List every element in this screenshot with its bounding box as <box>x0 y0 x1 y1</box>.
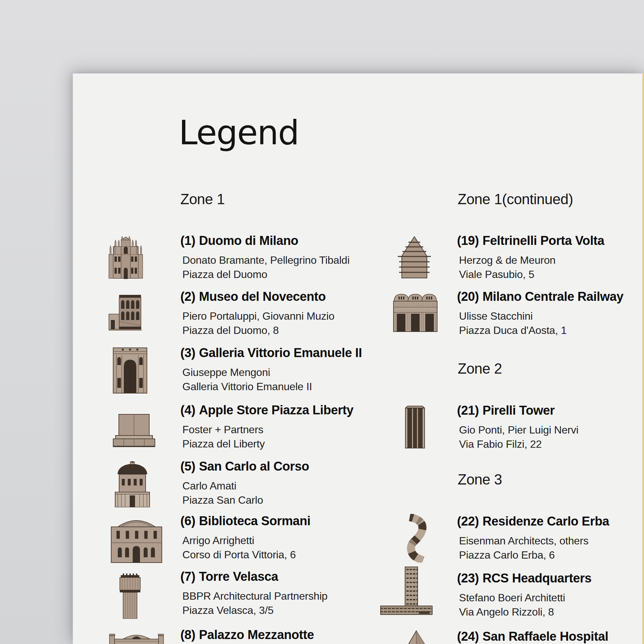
entry-architects: Piero Portaluppi, Giovanni Muzio <box>182 309 335 323</box>
entry-address: Piazza del Duomo, 8 <box>182 323 335 338</box>
screenshot-stage: Legend Zone 1 Zone 1(continued) Zone 2 Z… <box>0 0 644 644</box>
entry-details: Stefano Boeri Architetti Via Angelo Rizz… <box>459 591 565 619</box>
entry-address: Via Fabio Filzi, 22 <box>459 437 578 451</box>
entry-address: Piazza del Liberty <box>182 437 265 451</box>
entry-title: (20)Milano Centrale Railway <box>457 290 623 303</box>
entry-address: Piazza Velasca, 3/5 <box>182 603 328 618</box>
duomo-di-milano-icon <box>108 236 143 279</box>
biblioteca-sormani-icon <box>109 516 164 563</box>
entry-title: (6)Biblioteca Sormani <box>180 515 310 527</box>
entry-architects: Gio Ponti, Pier Luigi Nervi <box>459 423 578 437</box>
entry-address: Piazza Carlo Erba, 6 <box>459 548 588 562</box>
entry-address: Piazza del Duomo <box>182 267 349 282</box>
zone-heading-3: Zone 3 <box>458 472 502 487</box>
san-carlo-al-corso-icon <box>111 460 154 507</box>
entry-architects: Foster + Partners <box>182 423 265 437</box>
entry-details: Arrigo Arrighetti Corso di Porta Vittori… <box>182 533 296 562</box>
entry-architects: Stefano Boeri Architetti <box>459 591 565 605</box>
torre-velasca-icon <box>117 574 143 619</box>
zone-heading-2: Zone 2 <box>458 361 502 376</box>
page-title: Legend <box>179 116 299 150</box>
pirelli-tower-icon <box>402 405 428 449</box>
palazzo-mezzanotte-icon <box>109 631 164 644</box>
entry-address: Corso di Porta Vittoria, 6 <box>182 548 296 562</box>
entry-architects: Giuseppe Mengoni <box>182 365 312 380</box>
entry-architects: Ulisse Stacchini <box>459 309 567 323</box>
entry-details: Eisenman Architects, others Piazza Carlo… <box>459 534 588 562</box>
entry-title: (24)San Raffaele Hospital <box>457 630 608 643</box>
entry-title: (22)Residenze Carlo Erba <box>457 515 609 528</box>
entry-address: Viale Pasubio, 5 <box>459 267 556 282</box>
zone-heading-1-continued: Zone 1(continued) <box>458 192 573 207</box>
rcs-headquarters-icon <box>380 566 433 615</box>
entry-details: Giuseppe Mengoni Galleria Vittorio Emanu… <box>182 365 312 394</box>
entry-title: (2)Museo del Novecento <box>180 290 326 303</box>
entry-title: (3)Galleria Vittorio Emanuele II <box>180 346 362 359</box>
entry-title: (19)Feltrinelli Porta Volta <box>457 234 604 247</box>
entry-address: Galleria Vittorio Emanuele II <box>182 380 312 394</box>
apple-store-piazza-liberty-icon <box>113 412 156 448</box>
entry-title: (23)RCS Headquarters <box>457 572 591 584</box>
entry-details: Donato Bramante, Pellegrino Tibaldi Piaz… <box>182 253 349 282</box>
entry-details: Piero Portaluppi, Giovanni Muzio Piazza … <box>182 309 335 338</box>
entry-details: Foster + Partners Piazza del Liberty <box>182 423 265 451</box>
entry-architects: BBPR Architectural Partnership <box>182 589 328 603</box>
galleria-vittorio-emanuele-icon <box>112 346 148 394</box>
entry-architects: Eisenman Architects, others <box>459 534 588 548</box>
entry-details: BBPR Architectural Partnership Piazza Ve… <box>182 589 328 618</box>
residenze-carlo-erba-icon <box>400 514 432 563</box>
entry-architects: Donato Bramante, Pellegrino Tibaldi <box>182 253 349 267</box>
entry-title: (7)Torre Velasca <box>180 570 278 583</box>
entry-architects: Carlo Amati <box>182 479 263 493</box>
entry-title: (5)San Carlo al Corso <box>180 460 309 473</box>
entry-details: Gio Ponti, Pier Luigi Nervi Via Fabio Fi… <box>459 423 578 451</box>
entry-title: (4)Apple Store Piazza Liberty <box>180 404 353 416</box>
entry-details: Herzog & de Meuron Viale Pasubio, 5 <box>459 253 556 282</box>
milano-centrale-railway-icon <box>392 293 438 332</box>
san-raffaele-hospital-icon <box>402 630 434 644</box>
entry-title: (21)Pirelli Tower <box>457 404 555 417</box>
entry-details: Ulisse Stacchini Piazza Duca d'Aosta, 1 <box>459 309 567 338</box>
map-edge-strip <box>642 73 644 644</box>
entry-address: Via Angelo Rizzoli, 8 <box>459 605 565 619</box>
entry-architects: Arrigo Arrighetti <box>182 533 296 548</box>
entry-title: (8)Palazzo Mezzanotte <box>180 628 314 641</box>
entry-address: Piazza Duca d'Aosta, 1 <box>459 323 567 338</box>
feltrinelli-porta-volta-icon <box>398 236 431 279</box>
museo-del-novecento-icon <box>109 295 142 332</box>
entry-architects: Herzog & de Meuron <box>459 253 556 267</box>
entry-address: Piazza San Carlo <box>182 493 263 507</box>
entry-details: Carlo Amati Piazza San Carlo <box>182 479 263 507</box>
entry-title: (1)Duomo di Milano <box>180 234 298 247</box>
zone-heading-1: Zone 1 <box>180 192 225 207</box>
